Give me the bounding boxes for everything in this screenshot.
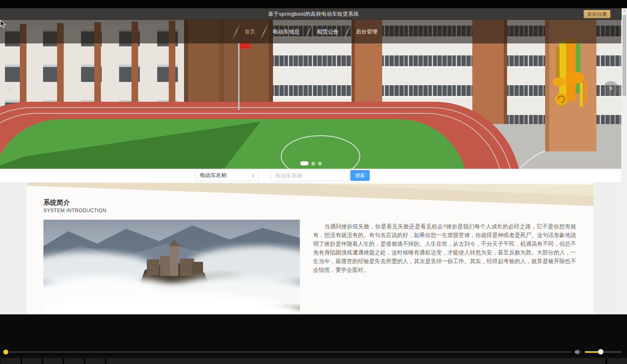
- section-title: 系统简介: [43, 199, 70, 207]
- carousel-dot[interactable]: [318, 162, 322, 165]
- carousel-dot-active[interactable]: [300, 161, 309, 165]
- intro-paragraph: 当遇到挫折或失败，你是看见失败还是看见机会?挫折是我们每个人成长的必经之路，它不…: [313, 222, 576, 274]
- nav-item-home[interactable]: 首页: [237, 28, 264, 36]
- hero-carousel: 首页 电动车信息 租赁公告 后台管理 ‹ ›: [0, 20, 621, 169]
- scroll-up-arrow-icon[interactable]: ▲: [622, 9, 627, 12]
- video-progress-bar[interactable]: [9, 352, 572, 352]
- intro-photo: [43, 220, 300, 314]
- webpage-frame: 基于springboot的高校电动车租赁系统 登录/注册: [0, 8, 627, 314]
- film-cell[interactable]: [43, 358, 63, 364]
- video-letterbox-bottom: [0, 314, 627, 364]
- page-scrollbar[interactable]: ▲: [622, 8, 627, 314]
- scrollbar-thumb[interactable]: [622, 15, 626, 96]
- film-cell[interactable]: [22, 358, 42, 364]
- carousel-dots: [300, 161, 322, 165]
- film-cell[interactable]: [106, 358, 605, 364]
- film-cell[interactable]: [64, 358, 84, 364]
- page-body: 系统简介 SYSTEM INTRODUCTION: [0, 182, 621, 314]
- ribbon-decoration: [27, 182, 593, 207]
- login-register-button[interactable]: 登录/注册: [584, 10, 610, 18]
- video-player-screen: 基于springboot的高校电动车租赁系统 登录/注册: [0, 0, 627, 364]
- search-input[interactable]: [271, 170, 349, 181]
- section-subtitle: SYSTEM INTRODUCTION: [43, 208, 106, 213]
- volume-handle[interactable]: [598, 349, 603, 354]
- search-type-select[interactable]: 电动车名称 ∨: [195, 170, 258, 181]
- carousel-next-arrow-icon[interactable]: ›: [603, 81, 618, 96]
- chevron-down-icon: ∨: [251, 170, 255, 181]
- intro-card: 系统简介 SYSTEM INTRODUCTION: [27, 182, 593, 314]
- speaker-icon[interactable]: [575, 349, 582, 355]
- nav-item-admin[interactable]: 后台管理: [348, 28, 386, 36]
- main-nav: 首页 电动车信息 租赁公告 后台管理: [0, 20, 621, 43]
- nav-item-ebike-info[interactable]: 电动车信息: [265, 28, 308, 36]
- site-title: 基于springboot的高校电动车租赁系统: [268, 10, 359, 17]
- video-progress-handle[interactable]: [3, 350, 8, 354]
- video-letterbox-top: [0, 0, 627, 8]
- carousel-prev-arrow-icon[interactable]: ‹: [5, 82, 16, 97]
- site-header: 基于springboot的高校电动车租赁系统 登录/注册: [0, 8, 627, 20]
- search-button[interactable]: 搜索: [350, 170, 370, 181]
- search-type-select-value: 电动车名称: [200, 172, 227, 178]
- castle-in-clouds-illustration: [43, 220, 300, 314]
- film-cell[interactable]: [85, 358, 105, 364]
- film-cell[interactable]: [0, 358, 21, 364]
- search-bar: 电动车名称 ∨ 搜索: [0, 169, 621, 182]
- mouse-cursor: [0, 20, 7, 29]
- film-cell[interactable]: [607, 358, 627, 364]
- carousel-dot[interactable]: [311, 162, 315, 165]
- timeline-film-strip: [0, 357, 627, 364]
- nav-item-rental-notice[interactable]: 租赁公告: [309, 28, 347, 36]
